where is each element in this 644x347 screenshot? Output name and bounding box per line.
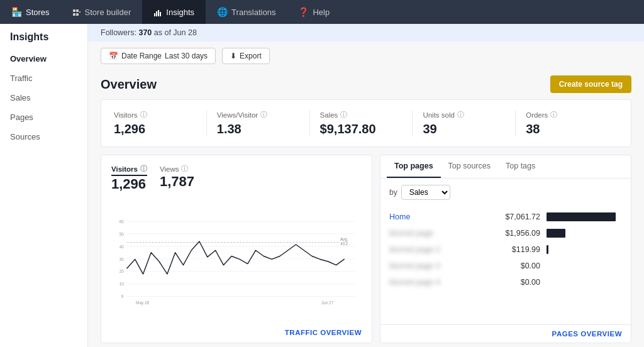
sidebar: Insights Overview Traffic Sales Pages So…: [0, 24, 88, 347]
page-name-5: blurred page 4: [389, 278, 490, 287]
export-button[interactable]: ⬇ Export: [222, 48, 270, 64]
stat-views-visitor-value: 1.38: [217, 122, 299, 136]
export-label: Export: [240, 52, 262, 60]
top-nav: 🏪 Stores Store builder Insights 🌐: [0, 0, 644, 24]
nav-help-label: Help: [313, 8, 330, 17]
chart-visitors-value: 1,296: [111, 176, 147, 192]
svg-rect-4: [79, 11, 80, 13]
svg-rect-1: [76, 9, 79, 12]
svg-text:0: 0: [121, 294, 124, 299]
charts-row: Visitors ⓘ 1,296 Views ⓘ 1,787: [101, 155, 631, 343]
create-source-tag-button[interactable]: Create source tag: [550, 75, 631, 93]
nav-stores[interactable]: 🏪 Stores: [0, 0, 61, 24]
nav-translations-label: Translations: [231, 8, 275, 17]
sidebar-item-traffic[interactable]: Traffic: [0, 69, 87, 88]
page-bar-fill-2: [547, 229, 565, 238]
followers-label: Followers:: [101, 28, 136, 37]
page-name-4: blurred page 3: [389, 262, 490, 270]
svg-rect-7: [158, 10, 159, 16]
followers-bar: Followers: 370 as of Jun 28: [88, 24, 644, 41]
chart-views-value: 1,787: [160, 174, 194, 190]
chart-header: Visitors ⓘ 1,296 Views ⓘ 1,787: [111, 164, 362, 192]
date-range-value: Last 30 days: [165, 52, 208, 60]
nav-stores-label: Stores: [26, 8, 50, 17]
stat-views-visitor-label: Views/Visitor: [217, 111, 258, 119]
sales-info-icon: ⓘ: [340, 110, 347, 119]
filter-select[interactable]: Sales Visitors Views: [401, 185, 450, 200]
sidebar-item-sales[interactable]: Sales: [0, 88, 87, 107]
sidebar-title: Insights: [0, 24, 87, 49]
stat-units-sold-label: Units sold: [423, 111, 455, 119]
section-title: Overview: [101, 77, 157, 92]
page-name-3: blurred page 2: [389, 245, 490, 254]
translations-icon: 🌐: [217, 7, 228, 17]
svg-text:40: 40: [119, 245, 125, 249]
page-value-home: $7,061.72: [496, 212, 540, 221]
sidebar-item-sources[interactable]: Sources: [0, 127, 87, 146]
svg-text:10: 10: [119, 282, 125, 286]
section-header: Overview Create source tag: [88, 70, 644, 99]
nav-insights[interactable]: Insights: [142, 0, 206, 24]
toolbar: 📅 Date Range Last 30 days ⬇ Export: [88, 41, 644, 70]
page-bar-fill-home: [547, 212, 616, 221]
svg-rect-3: [76, 13, 79, 16]
stat-sales-value: $9,137.80: [320, 122, 402, 136]
sidebar-item-overview[interactable]: Overview: [0, 49, 87, 69]
panel-filter: by Sales Visitors Views: [380, 179, 631, 206]
sidebar-item-pages[interactable]: Pages: [0, 107, 87, 127]
stat-views-visitor: Views/Visitor ⓘ 1.38: [207, 110, 310, 136]
page-value-2: $1,956.09: [496, 229, 540, 238]
stat-units-sold-value: 39: [423, 122, 505, 136]
stat-visitors-value: 1,296: [114, 122, 196, 136]
traffic-overview-link[interactable]: TRAFFIC OVERVIEW: [285, 329, 362, 336]
followers-suffix: as of Jun 28: [154, 28, 197, 37]
svg-text:30: 30: [119, 257, 125, 262]
chart-views-label[interactable]: Views ⓘ: [160, 164, 194, 174]
stat-sales: Sales ⓘ $9,137.80: [310, 110, 413, 136]
chart-visitors-label[interactable]: Visitors ⓘ: [111, 164, 147, 176]
stat-sales-label: Sales: [320, 111, 338, 119]
main-content: Followers: 370 as of Jun 28 📅 Date Range…: [88, 24, 644, 347]
insights-icon: [153, 7, 162, 17]
date-range-button[interactable]: 📅 Date Range Last 30 days: [101, 48, 216, 64]
calendar-icon: 📅: [109, 52, 118, 60]
stats-card: Visitors ⓘ 1,296 Views/Visitor ⓘ 1.38 Sa…: [101, 99, 631, 147]
svg-text:43.2: 43.2: [340, 241, 348, 246]
panel-footer: PAGES OVERVIEW: [380, 324, 631, 343]
chart-visitors-metric: Visitors ⓘ 1,296: [111, 164, 147, 192]
panel-tabs: Top pages Top sources Top tags: [380, 155, 631, 179]
stores-icon: 🏪: [11, 7, 22, 17]
stat-orders-value: 38: [526, 122, 608, 136]
svg-rect-6: [156, 11, 157, 16]
page-name-home[interactable]: Home: [389, 212, 490, 221]
page-value-3: $119.99: [496, 245, 540, 254]
date-range-label: Date Range: [121, 52, 162, 60]
stat-orders-label: Orders: [526, 111, 548, 119]
svg-rect-8: [160, 12, 161, 16]
store-builder-icon: [72, 7, 81, 17]
nav-help[interactable]: ❓ Help: [287, 0, 341, 24]
svg-text:60: 60: [119, 219, 125, 224]
tab-top-sources[interactable]: Top sources: [441, 155, 498, 178]
page-bar-fill-3: [547, 245, 548, 254]
page-bar-5: [547, 278, 622, 287]
orders-info-icon: ⓘ: [550, 110, 557, 119]
tab-top-tags[interactable]: Top tags: [498, 155, 543, 178]
chart-svg-container: 60 50 40 30 20 10 0: [111, 199, 362, 326]
download-icon: ⬇: [230, 52, 236, 60]
nav-translations[interactable]: 🌐 Translations: [206, 0, 287, 24]
svg-text:May 28: May 28: [136, 300, 149, 306]
nav-store-builder[interactable]: Store builder: [61, 0, 143, 24]
tab-top-pages[interactable]: Top pages: [387, 155, 441, 178]
page-value-5: $0.00: [496, 278, 540, 287]
page-bar-home: [547, 212, 622, 221]
visitors-info-icon: ⓘ: [140, 110, 147, 119]
svg-rect-2: [73, 13, 75, 16]
list-item: blurred page 4 $0.00: [380, 274, 631, 290]
stat-orders: Orders ⓘ 38: [516, 110, 618, 136]
page-bar-4: [547, 262, 622, 270]
chart-visitors-info-icon: ⓘ: [140, 164, 147, 174]
pages-overview-link[interactable]: PAGES OVERVIEW: [552, 330, 622, 338]
list-item: blurred page 3 $0.00: [380, 258, 631, 274]
chart-footer: TRAFFIC OVERVIEW: [111, 329, 362, 336]
